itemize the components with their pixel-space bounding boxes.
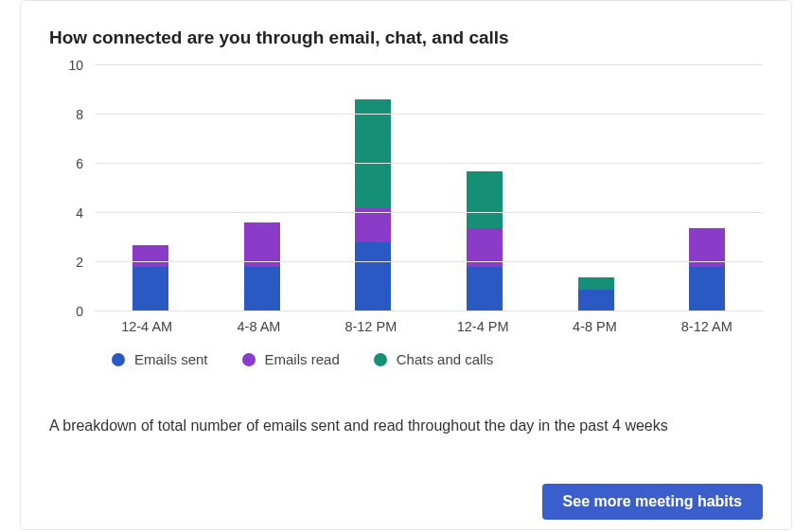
- legend-swatch-icon: [374, 353, 387, 366]
- card-title: How connected are you through email, cha…: [49, 27, 763, 48]
- gridline: [95, 310, 763, 311]
- x-axis: 12-4 AM4-8 AM8-12 PM12-4 PM4-8 PM8-12 AM: [91, 319, 763, 334]
- legend-label: Emails read: [265, 351, 340, 367]
- bar-stack: [467, 171, 503, 311]
- legend-label: Emails sent: [134, 351, 208, 367]
- gridline: [95, 212, 763, 213]
- gridline: [95, 64, 763, 65]
- card-description: A breakdown of total number of emails se…: [49, 415, 750, 437]
- bar-segment-emails-sent: [689, 267, 725, 311]
- bar-segment-chats-and-calls: [355, 99, 391, 207]
- gridline: [95, 261, 763, 262]
- legend-label: Chats and calls: [397, 351, 494, 367]
- x-tick-label: 12-4 AM: [91, 319, 203, 334]
- legend-item: Chats and calls: [374, 351, 494, 367]
- legend-swatch-icon: [242, 353, 256, 366]
- connectivity-chart: 0246810: [53, 65, 763, 311]
- bar-segment-emails-sent: [467, 267, 503, 311]
- bar-segment-chats-and-calls: [578, 277, 614, 290]
- bar-stack: [132, 245, 168, 311]
- x-tick-label: 4-8 AM: [203, 319, 314, 334]
- x-tick-label: 12-4 PM: [427, 319, 538, 334]
- bar-slot: [95, 65, 206, 311]
- chart-legend: Emails sentEmails readChats and calls: [112, 351, 763, 367]
- bar-segment-emails-sent: [355, 242, 391, 311]
- y-tick-label: 10: [68, 59, 83, 72]
- see-more-meeting-habits-button[interactable]: See more meeting habits: [542, 484, 763, 520]
- insight-card: How connected are you through email, cha…: [20, 0, 792, 530]
- y-tick-label: 6: [76, 157, 83, 170]
- bar-segment-emails-sent: [244, 267, 280, 311]
- y-tick-label: 8: [76, 108, 83, 121]
- bar-segment-emails-sent: [578, 290, 614, 311]
- bar-stack: [689, 228, 725, 311]
- bar-stack: [578, 277, 614, 311]
- bar-slot: [206, 65, 318, 311]
- bar-stack: [355, 99, 391, 311]
- legend-swatch-icon: [112, 353, 125, 366]
- gridline: [95, 114, 763, 115]
- bar-slot: [651, 65, 763, 311]
- x-tick-label: 8-12 AM: [651, 319, 763, 334]
- gridline: [95, 163, 763, 164]
- x-tick-label: 4-8 PM: [538, 319, 650, 334]
- bar-segment-emails-read: [132, 245, 168, 267]
- x-tick-label: 8-12 PM: [315, 319, 427, 334]
- bar-slot: [540, 65, 652, 311]
- legend-item: Emails read: [242, 351, 340, 367]
- bar-segment-chats-and-calls: [467, 171, 503, 228]
- bar-segment-emails-read: [355, 208, 391, 242]
- bar-slot: [429, 65, 540, 311]
- bar-segment-emails-sent: [132, 267, 168, 311]
- bar-stack: [244, 222, 280, 311]
- y-axis: 0246810: [53, 65, 91, 311]
- chart-bars: [95, 65, 763, 311]
- legend-item: Emails sent: [112, 351, 208, 367]
- y-tick-label: 2: [76, 256, 83, 269]
- y-tick-label: 4: [76, 206, 83, 220]
- bar-slot: [317, 65, 429, 311]
- y-tick-label: 0: [76, 305, 83, 318]
- chart-plot-area: [95, 65, 763, 311]
